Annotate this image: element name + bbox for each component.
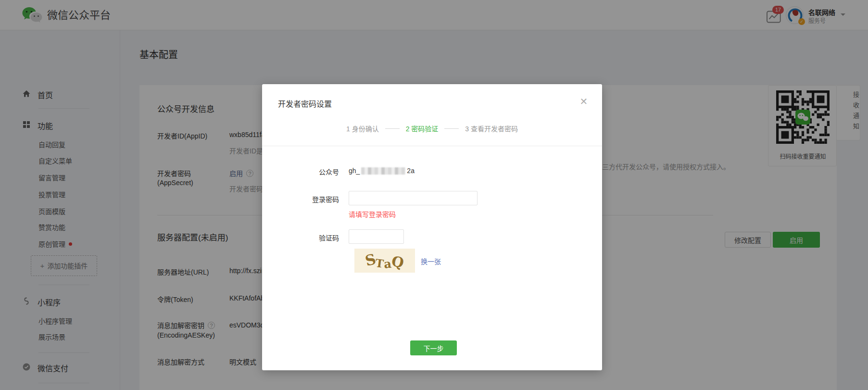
captcha-refresh-link[interactable]: 换一张 bbox=[421, 256, 441, 266]
captcha-image[interactable]: STaQ bbox=[354, 249, 415, 273]
password-error-message: 请填写登录密码 bbox=[349, 209, 396, 219]
official-account-value: gh_2a bbox=[349, 167, 415, 175]
step-connector bbox=[385, 128, 400, 129]
close-icon[interactable]: ✕ bbox=[578, 96, 590, 107]
wechat-mp-admin: 微信公众平台 17 ✓ 名联网络 服务号 首页 功能 自动回复 自定义菜单 bbox=[0, 0, 868, 390]
captcha-label: 验证码 bbox=[272, 233, 339, 242]
dialog-title: 开发者密码设置 bbox=[278, 98, 332, 109]
official-account-label: 公众号 bbox=[272, 167, 339, 176]
step-view-password: 3 查看开发者密码 bbox=[465, 124, 518, 133]
captcha-input[interactable] bbox=[349, 229, 404, 244]
login-password-input[interactable] bbox=[349, 191, 478, 205]
step-connector bbox=[444, 128, 459, 129]
next-step-button[interactable]: 下一步 bbox=[410, 340, 457, 355]
step-indicator: 1 身份确认 2 密码验证 3 查看开发者密码 bbox=[262, 124, 602, 133]
developer-password-dialog: 开发者密码设置 ✕ 1 身份确认 2 密码验证 3 查看开发者密码 公众号 gh… bbox=[262, 84, 602, 370]
login-password-label: 登录密码 bbox=[272, 194, 339, 204]
step-identity-confirm: 1 身份确认 bbox=[346, 124, 379, 133]
dialog-divider bbox=[262, 146, 602, 146]
step-password-verify: 2 密码验证 bbox=[406, 124, 439, 133]
redacted-account-id bbox=[361, 167, 405, 175]
